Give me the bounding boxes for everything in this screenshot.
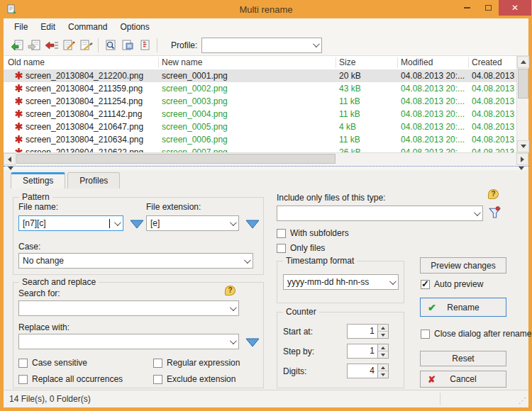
scroll-down-button[interactable] [517,140,529,152]
column-modified[interactable]: Modified [401,57,433,67]
spin-down-button[interactable] [378,371,388,378]
resize-grip[interactable]: ⋰ [519,396,526,405]
case-combobox[interactable]: No change [18,253,253,269]
spin-down-button[interactable] [378,351,388,358]
modified-cell: 04.08.2013 20:... [401,71,468,81]
text-cursor [109,219,110,228]
start-at-stepper[interactable]: 1 [347,324,389,339]
preview-list-button[interactable] [102,38,119,53]
table-row[interactable]: screen_20130804_211359.png screen_0002.p… [4,82,516,95]
created-cell: 04.08.2013 2 [472,84,516,94]
case-sensitive-checkbox[interactable]: Case sensitive [18,358,87,368]
maximize-button[interactable] [477,0,499,16]
start-at-value[interactable]: 1 [347,324,378,339]
menu-edit[interactable]: Edit [34,20,62,34]
save-names-button[interactable] [26,38,43,53]
edit-names-button[interactable] [60,38,77,53]
rename-button[interactable]: ✔ Rename [420,298,506,317]
file-extension-value: [e] [150,218,226,228]
edit-file-button[interactable] [77,38,94,53]
table-row[interactable]: screen_20130804_210647.png screen_0005.p… [4,120,516,133]
column-created[interactable]: Created [472,57,502,67]
table-row[interactable]: screen_20130804_210634.png screen_0006.p… [4,133,516,146]
file-type-icon [14,122,23,131]
log-button[interactable] [136,38,153,53]
modified-cell: 04.08.2013 20:... [401,96,468,106]
size-cell: 43 kB [339,84,396,94]
tab-settings[interactable]: Settings [11,172,65,188]
include-type-combobox[interactable] [277,206,483,221]
spin-down-button[interactable] [378,331,388,338]
menu-command[interactable]: Command [62,20,113,34]
table-row[interactable]: screen_20130804_212200.png screen_0001.p… [4,69,516,82]
step-by-stepper[interactable]: 1 [347,344,389,359]
horizontal-scroll-thumb[interactable] [16,154,336,164]
menu-file[interactable]: File [8,20,34,34]
close-button[interactable]: ✕ [499,0,531,16]
profile-label: Profile: [171,40,197,50]
replace-with-combobox[interactable] [18,334,239,349]
timestamp-format-combobox[interactable]: yyyy-mm-dd hh-nn-ss [283,274,399,290]
digits-stepper[interactable]: 4 [347,364,389,378]
menu-options[interactable]: Options [113,20,155,34]
file-name-pattern-menu-button[interactable] [129,218,145,230]
check-icon: ✔ [428,302,436,313]
regular-expression-checkbox[interactable]: Regular expression [153,358,240,368]
table-row[interactable]: screen_20130804_210622.png screen_0007.p… [4,146,516,152]
horizontal-scrollbar[interactable] [4,152,528,164]
remove-entry-button[interactable] [43,38,60,53]
only-files-checkbox[interactable]: Only files [277,243,325,253]
scroll-right-button[interactable] [516,153,528,165]
spin-up-button[interactable] [378,364,388,371]
chevron-down-icon [230,337,237,344]
file-extension-combobox[interactable]: [e] [146,215,239,231]
tab-profiles[interactable]: Profiles [67,172,120,188]
with-subfolders-checkbox[interactable]: With subfolders [277,228,349,238]
auto-preview-checkbox[interactable]: Auto preview [421,279,483,289]
filter-button[interactable] [489,206,501,220]
scroll-up-button[interactable] [517,56,529,68]
created-cell: 04.08.2013 2 [472,109,516,119]
spin-up-button[interactable] [378,344,388,351]
start-at-label: Start at: [283,327,313,337]
search-for-combobox[interactable] [18,300,239,316]
chevron-down-icon [244,257,251,264]
result-view-button[interactable] [119,38,136,53]
minimize-icon [464,7,470,9]
help-icon[interactable]: ? [488,189,499,199]
chevron-down-icon [389,278,397,285]
reset-button[interactable]: Reset [420,351,506,366]
step-by-value[interactable]: 1 [347,344,378,359]
replace-menu-button[interactable] [245,337,260,348]
created-cell: 04.08.2013 2 [472,135,516,145]
preview-changes-button[interactable]: Preview changes [420,257,506,274]
modified-cell: 04.08.2013 20:... [401,122,468,132]
edit-names-icon [62,39,76,52]
column-size[interactable]: Size [339,57,355,67]
cancel-button[interactable]: ✘ Cancel [420,371,506,388]
modified-cell: 04.08.2013 20:... [401,109,468,119]
exclude-extension-checkbox[interactable]: Exclude extension [153,374,235,384]
size-cell: 20 kB [339,71,396,81]
close-dialog-after-rename-checkbox[interactable]: Close dialog after rename [421,329,531,339]
created-cell: 04.08.2013 2 [472,122,516,132]
column-old-name[interactable]: Old name [8,57,45,67]
digits-value[interactable]: 4 [347,364,378,378]
replace-all-occurrences-checkbox[interactable]: Replace all occurrences [18,374,123,384]
file-name-combobox[interactable]: [n7][c] [18,215,123,231]
spin-up-button[interactable] [378,325,388,331]
vertical-scrollbar[interactable] [516,56,528,152]
chevron-down-icon [230,219,237,226]
table-row[interactable]: screen_20130804_211254.png screen_0003.p… [4,95,516,108]
vertical-scroll-thumb[interactable] [518,69,528,98]
menubar: File Edit Command Options [4,18,528,35]
minimize-button[interactable] [456,0,477,16]
help-icon[interactable]: ? [225,286,235,295]
table-row[interactable]: screen_20130804_211142.png screen_0004.p… [4,108,516,120]
scroll-left-button[interactable] [4,153,16,165]
profile-combobox[interactable] [201,38,322,53]
extension-pattern-menu-button[interactable] [245,218,260,230]
file-type-icon [14,135,23,144]
load-names-button[interactable] [9,38,26,53]
column-new-name[interactable]: New name [162,57,202,67]
